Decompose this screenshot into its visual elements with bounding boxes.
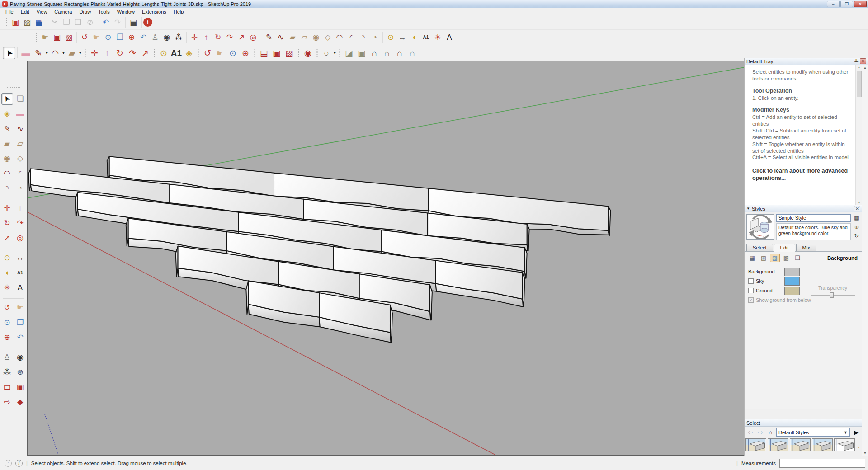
- rotate-icon[interactable]: ↻: [113, 47, 126, 59]
- position-camera-icon[interactable]: ♙: [1, 352, 13, 363]
- push-pull-icon[interactable]: ↑: [200, 32, 212, 43]
- face-settings-icon[interactable]: ▧: [759, 254, 769, 262]
- pie-icon[interactable]: ◔: [369, 32, 381, 43]
- menu-edit[interactable]: Edit: [17, 9, 33, 15]
- instructor-scrollbar[interactable]: ▲ ▼: [855, 65, 862, 205]
- paint-bucket-icon[interactable]: ◈: [183, 47, 195, 59]
- look-around-icon[interactable]: ◉: [161, 32, 173, 43]
- model-info-icon[interactable]: i: [143, 18, 152, 27]
- circle-icon[interactable]: ◉: [1, 153, 13, 164]
- text-icon[interactable]: A1: [420, 32, 432, 43]
- toolbar-drag-handle[interactable]: [35, 33, 38, 42]
- paste-icon[interactable]: ❒: [72, 16, 84, 28]
- circle-tool-icon[interactable]: ○: [320, 47, 333, 59]
- toolbar-drag-handle[interactable]: [254, 48, 256, 58]
- styles-collection-dropdown[interactable]: Default Styles ▼: [776, 428, 850, 437]
- tab-mix[interactable]: Mix: [796, 244, 816, 251]
- toolbar-drag-handle[interactable]: [297, 48, 300, 58]
- geolocation-icon[interactable]: ·: [5, 460, 12, 467]
- sky-color-swatch[interactable]: [784, 277, 800, 286]
- orbit-icon[interactable]: ↺: [1, 302, 13, 314]
- arc-icon[interactable]: ◠: [334, 32, 345, 43]
- circle-icon[interactable]: ◉: [310, 32, 322, 43]
- redo-icon[interactable]: ↷: [112, 16, 123, 28]
- eraser-icon[interactable]: ▬: [19, 47, 32, 59]
- look-around-icon[interactable]: ◉: [302, 47, 314, 59]
- details-arrow-icon[interactable]: ▶: [852, 428, 861, 437]
- look-around-icon[interactable]: ◉: [14, 352, 26, 363]
- select-icon[interactable]: ➤: [3, 47, 15, 59]
- walk-icon[interactable]: ⁂: [1, 367, 13, 378]
- add-scene-icon[interactable]: ▤: [258, 47, 270, 59]
- erase-icon[interactable]: ⊘: [84, 16, 96, 28]
- previous-icon[interactable]: ↶: [14, 332, 26, 343]
- tape-measure-icon[interactable]: ⊙: [1, 252, 13, 264]
- dropdown-arrow-icon[interactable]: ▼: [45, 51, 49, 55]
- previous-icon[interactable]: ↶: [137, 32, 149, 43]
- tab-edit[interactable]: Edit: [774, 244, 795, 252]
- sky-checkbox[interactable]: [748, 278, 754, 284]
- measurements-input[interactable]: [779, 459, 865, 468]
- orbit-icon[interactable]: ↺: [79, 32, 90, 43]
- dimension-icon[interactable]: ↔: [396, 32, 408, 43]
- new-icon[interactable]: ▣: [9, 16, 21, 28]
- update-style-icon[interactable]: ↻: [853, 233, 860, 240]
- push-pull-icon[interactable]: ↑: [14, 202, 26, 214]
- tray-scrollbar[interactable]: ▲ ▼: [862, 65, 868, 456]
- move-icon[interactable]: ✛: [189, 32, 200, 43]
- rectangle-icon[interactable]: ▰: [1, 138, 13, 150]
- section-plane-icon[interactable]: ⊛: [14, 367, 26, 378]
- print-icon[interactable]: ▤: [127, 16, 139, 28]
- dropdown-arrow-icon[interactable]: ▼: [333, 51, 337, 55]
- offset-icon[interactable]: ◎: [14, 232, 26, 244]
- text-icon[interactable]: A1: [170, 47, 183, 59]
- walk-icon[interactable]: ⁂: [173, 32, 184, 43]
- right-view-icon[interactable]: ⌂: [381, 47, 393, 59]
- tab-select[interactable]: Select: [746, 244, 773, 251]
- toolbar-drag-handle[interactable]: [316, 48, 318, 58]
- pan-icon[interactable]: ☛: [14, 302, 26, 314]
- advanced-operations-link[interactable]: Click to learn about more advanced opera…: [752, 168, 853, 182]
- zoom-icon[interactable]: ⊙: [226, 47, 239, 59]
- menu-camera[interactable]: Camera: [51, 9, 75, 15]
- background-settings-icon[interactable]: ▨: [770, 254, 780, 262]
- two-point-arc-icon[interactable]: ◜: [345, 32, 357, 43]
- move-icon[interactable]: ✛: [88, 47, 101, 59]
- eraser-icon[interactable]: ▬: [14, 108, 26, 120]
- back-arrow-icon[interactable]: ⇦: [746, 428, 755, 437]
- save-icon[interactable]: ▦: [33, 16, 45, 28]
- line-icon[interactable]: ✎: [1, 123, 13, 135]
- thumbnails-scroll-down-icon[interactable]: ▼: [856, 438, 861, 449]
- create-style-icon[interactable]: ⊕: [853, 224, 860, 230]
- arc-icon[interactable]: ◠: [1, 168, 13, 179]
- zoom-extents-icon[interactable]: ⊕: [1, 332, 13, 343]
- three-d-text-icon[interactable]: A: [443, 32, 455, 43]
- modeling-settings-icon[interactable]: ❏: [793, 254, 802, 262]
- line-icon[interactable]: ✎: [263, 32, 275, 43]
- menu-draw[interactable]: Draw: [75, 9, 94, 15]
- send-to-layout-icon[interactable]: ⇨: [1, 396, 13, 408]
- pin-icon[interactable]: ╨: [854, 59, 858, 64]
- undo-icon[interactable]: ↶: [100, 16, 112, 28]
- toolbar-drag-handle[interactable]: [6, 86, 21, 89]
- protractor-icon[interactable]: ◖: [408, 32, 420, 43]
- freehand-icon[interactable]: ∿: [275, 32, 287, 43]
- update-scene-icon[interactable]: ▨: [283, 47, 296, 59]
- style-description[interactable]: Default face colors. Blue sky and green …: [776, 223, 851, 240]
- scale-icon[interactable]: ↗: [1, 232, 13, 244]
- get-models-icon[interactable]: ▣: [51, 32, 63, 43]
- zoom-icon[interactable]: ⊙: [1, 317, 13, 329]
- background-color-swatch[interactable]: [784, 268, 800, 276]
- style-thumbnail[interactable]: [812, 438, 833, 451]
- style-thumbnail[interactable]: [745, 438, 766, 451]
- top-view-icon[interactable]: ▣: [355, 47, 368, 59]
- watermark-settings-icon[interactable]: ▩: [781, 254, 791, 262]
- zoom-extents-icon[interactable]: ⊕: [239, 47, 252, 59]
- minimize-button[interactable]: –: [827, 1, 840, 7]
- add-scene-icon[interactable]: ▤: [1, 381, 13, 393]
- styles-close-icon[interactable]: ✕: [854, 206, 860, 212]
- credits-info-icon[interactable]: i: [15, 460, 23, 467]
- share-model-icon[interactable]: ▨: [63, 32, 75, 43]
- home-icon[interactable]: ⌂: [766, 428, 774, 437]
- arcs-icon[interactable]: ◠: [49, 47, 61, 59]
